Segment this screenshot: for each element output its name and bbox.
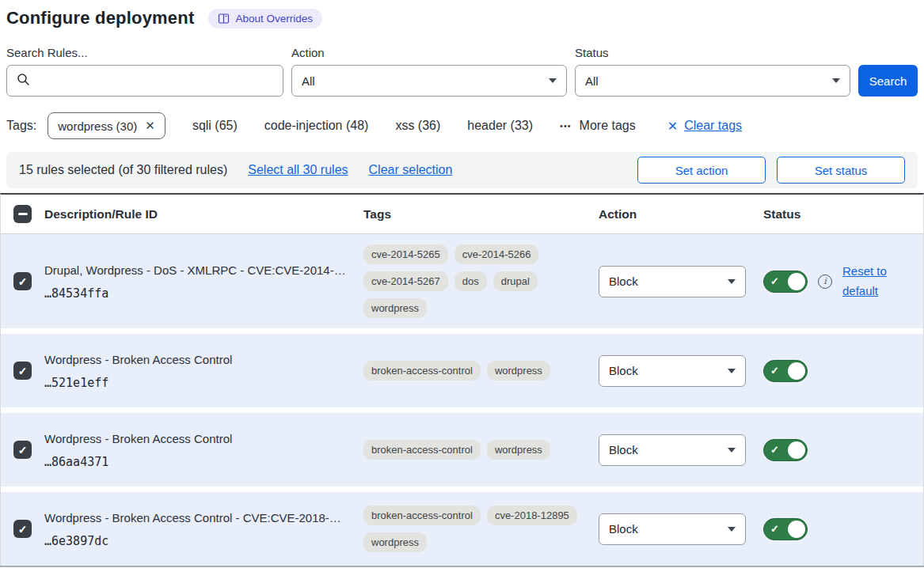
tag-option-header[interactable]: header (33) — [467, 119, 533, 133]
row-description-cell: Wordpress - Broken Access Control …86aa4… — [44, 430, 363, 469]
row-tags: broken-access-controlwordpress — [363, 440, 599, 460]
info-icon[interactable]: i — [818, 275, 832, 289]
row-description: Wordpress - Broken Access Control - CVE:… — [44, 509, 349, 526]
row-description: Drupal, Wordpress - DoS - XMLRPC - CVE:C… — [44, 262, 349, 278]
action-filter-select[interactable]: All — [291, 65, 567, 97]
check-icon: ✓ — [18, 445, 28, 456]
row-rule-id: …84534ffa — [44, 286, 349, 301]
action-filter-field: Action All — [291, 46, 567, 97]
row-description-cell: Wordpress - Broken Access Control - CVE:… — [44, 509, 363, 548]
header-checkbox-cell — [1, 205, 44, 223]
select-all-link[interactable]: Select all 30 rules — [248, 163, 348, 177]
tag-pill: broken-access-control — [363, 506, 481, 525]
selection-bar: 15 rules selected (of 30 filtered rules)… — [6, 152, 918, 188]
action-filter-label: Action — [291, 46, 567, 59]
selection-summary: 15 rules selected (of 30 filtered rules) — [19, 163, 227, 177]
tag-pill: wordpress — [363, 298, 427, 318]
page-header: Configure deployment About Overrides — [6, 8, 918, 28]
tag-pill: cve-2018-12895 — [487, 506, 577, 525]
tag-pill: wordpress — [487, 440, 550, 460]
tag-chip-wordpress[interactable]: wordpress (30) ✕ — [48, 112, 165, 139]
column-tags: Tags — [363, 207, 599, 222]
row-checkbox[interactable]: ✓ — [13, 441, 32, 459]
action-select[interactable]: Block — [599, 355, 746, 387]
tag-option-xss[interactable]: xss (36) — [395, 119, 440, 133]
chevron-down-icon — [728, 279, 736, 284]
indeterminate-icon — [18, 213, 28, 215]
row-checkbox[interactable]: ✓ — [13, 362, 32, 380]
remove-tag-icon[interactable]: ✕ — [145, 119, 155, 133]
action-select[interactable]: Block — [599, 434, 746, 466]
status-filter-select[interactable]: All — [575, 65, 850, 97]
row-rule-id: …86aa4371 — [44, 455, 349, 469]
set-status-button[interactable]: Set status — [777, 157, 905, 184]
row-tags: broken-access-controlwordpress — [363, 361, 599, 381]
clear-tags-link[interactable]: ✕ Clear tags — [667, 119, 742, 134]
row-rule-id: …6e3897dc — [44, 534, 349, 548]
tag-pill: wordpress — [363, 532, 427, 552]
action-select[interactable]: Block — [599, 266, 746, 297]
reset-default-link[interactable]: Reset to default — [842, 262, 893, 301]
selection-links: Select all 30 rules Clear selection — [248, 163, 452, 177]
tags-bar: Tags: wordpress (30) ✕ sqli (65) code-in… — [6, 112, 918, 139]
clear-tags-label: Clear tags — [684, 119, 742, 133]
row-action-cell: Block — [599, 513, 763, 545]
tag-option-code-injection[interactable]: code-injection (48) — [264, 119, 369, 133]
table-bottom-border — [0, 566, 924, 567]
toggle-knob — [788, 441, 805, 459]
search-input[interactable] — [6, 65, 283, 97]
toggle-knob — [788, 362, 805, 380]
toggle-check-icon: ✓ — [770, 365, 779, 377]
filters-bar: Search Rules... Action All Status All Se… — [6, 46, 918, 97]
column-description: Description/Rule ID — [44, 207, 363, 222]
clear-icon: ✕ — [667, 119, 678, 134]
row-status-cell: ✓ — [763, 360, 923, 382]
about-overrides-badge[interactable]: About Overrides — [208, 9, 322, 28]
row-checkbox-cell: ✓ — [1, 520, 44, 538]
tag-option-sqli[interactable]: sqli (65) — [192, 119, 238, 133]
status-toggle[interactable]: ✓ — [763, 518, 808, 540]
check-icon: ✓ — [18, 365, 28, 377]
more-tags-label: More tags — [580, 119, 636, 133]
clear-selection-link[interactable]: Clear selection — [369, 163, 453, 177]
book-icon — [218, 13, 230, 24]
row-description-cell: Wordpress - Broken Access Control …521e1… — [44, 351, 363, 390]
column-action: Action — [599, 207, 763, 222]
search-field: Search Rules... — [6, 46, 283, 97]
tags-label: Tags: — [6, 119, 36, 133]
select-all-checkbox[interactable] — [13, 205, 32, 223]
check-icon: ✓ — [18, 524, 28, 535]
tag-pill: broken-access-control — [363, 361, 481, 381]
row-action-cell: Block — [599, 355, 763, 387]
more-tags-button[interactable]: ••• More tags — [560, 119, 636, 133]
action-select[interactable]: Block — [599, 513, 746, 545]
page-top: Configure deployment About Overrides Sea… — [0, 0, 924, 188]
status-toggle[interactable]: ✓ — [763, 360, 808, 382]
action-select-value: Block — [609, 522, 638, 536]
tag-pill: cve-2014-5266 — [454, 244, 539, 264]
row-description: Wordpress - Broken Access Control — [44, 430, 349, 447]
check-icon: ✓ — [18, 276, 28, 287]
status-filter-label: Status — [575, 46, 850, 59]
toggle-check-icon: ✓ — [770, 523, 779, 535]
row-status-cell: ✓ — [763, 439, 923, 461]
row-checkbox[interactable]: ✓ — [13, 272, 32, 290]
search-icon — [17, 73, 30, 89]
status-toggle[interactable]: ✓ — [763, 271, 808, 293]
about-overrides-label: About Overrides — [235, 13, 313, 25]
action-filter-value: All — [302, 74, 315, 88]
row-status-cell: ✓ i Reset to default — [763, 262, 923, 301]
row-tags: cve-2014-5265cve-2014-5266cve-2014-5267d… — [363, 244, 599, 318]
search-rules-label: Search Rules... — [6, 46, 283, 59]
tag-pill: broken-access-control — [363, 440, 481, 460]
tag-pill: cve-2014-5265 — [363, 244, 448, 264]
row-rule-id: …521e1eff — [44, 376, 349, 390]
row-checkbox[interactable]: ✓ — [13, 520, 32, 538]
chevron-down-icon — [832, 78, 840, 83]
search-button[interactable]: Search — [858, 65, 918, 97]
status-toggle[interactable]: ✓ — [763, 439, 808, 461]
rules-table-body: ✓ Drupal, Wordpress - DoS - XMLRPC - CVE… — [1, 234, 923, 566]
status-filter-field: Status All — [575, 46, 850, 97]
set-action-button[interactable]: Set action — [637, 157, 766, 184]
toggle-check-icon: ✓ — [770, 275, 779, 287]
